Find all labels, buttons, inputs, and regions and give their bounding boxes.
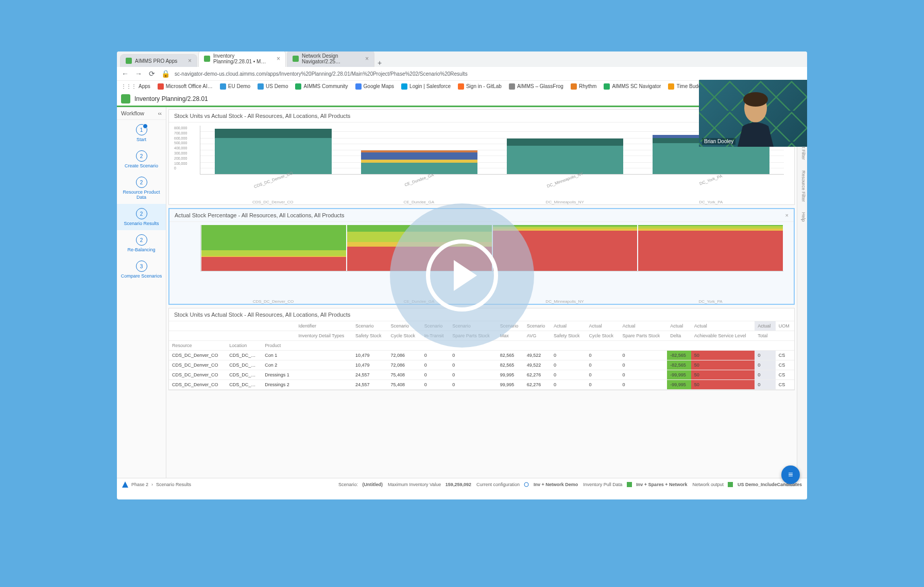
browser-tab[interactable]: AIMMS PRO Apps×	[120, 54, 197, 67]
table-cell: 10,479	[352, 360, 388, 370]
table-cell: -82,565	[667, 351, 691, 360]
table-cell: 0	[586, 380, 619, 390]
table-header	[586, 341, 619, 351]
workflow-step[interactable]: 2Resource Product Data	[117, 172, 166, 204]
table-cell: 0	[449, 351, 497, 360]
table-header	[620, 341, 668, 351]
table-header	[497, 341, 524, 351]
bar-group[interactable]: CE_Dundee_GA	[346, 126, 492, 174]
new-tab-icon[interactable]: +	[375, 59, 384, 67]
bookmark-item[interactable]: AIMMS – GlassFrog	[509, 83, 563, 90]
bookmark-item[interactable]: Rhythm	[571, 83, 596, 90]
table-header	[169, 331, 226, 341]
table-header: AVG	[524, 331, 551, 341]
svg-point-5	[743, 92, 768, 107]
table-cell: 0	[755, 360, 776, 370]
browser-tabs: AIMMS PRO Apps× Inventory Planning/2.28.…	[117, 51, 807, 67]
table-cell: 0	[755, 380, 776, 390]
table-header: Actual	[691, 321, 755, 331]
bookmark-item[interactable]: US Demo	[258, 83, 288, 90]
table-header: Location	[226, 341, 262, 351]
table-cell: Con 2	[262, 360, 295, 370]
bar-group[interactable]: CDS_DC_Denver_CO	[200, 126, 346, 174]
menu-fab[interactable]: ≡	[781, 465, 800, 484]
pct-bar[interactable]	[201, 225, 346, 271]
table-header: Achievable Service Level	[691, 331, 755, 341]
rail-help[interactable]: Help	[798, 212, 806, 222]
table-header	[295, 341, 352, 351]
table-cell: CDS_DC_Denver_CO	[169, 351, 226, 360]
table-cell: Con 1	[262, 351, 295, 360]
table-row[interactable]: CDS_DC_Denver_COCDS_DC_…Dressings 224,55…	[169, 380, 794, 390]
table-header: Inventory Detail Types	[295, 331, 352, 341]
table-header: Delta	[667, 331, 691, 341]
pct-bar[interactable]	[638, 225, 783, 271]
workflow-title: Workflow‹‹	[117, 107, 166, 120]
table-header: Safety Stock	[352, 331, 388, 341]
apps-icon[interactable]: ⋮⋮⋮ Apps	[121, 83, 150, 89]
forward-icon[interactable]: →	[134, 70, 143, 78]
right-rail: View Product Filter Resource Filter Help	[797, 107, 807, 478]
chevron-left-icon[interactable]: ‹‹	[158, 110, 162, 116]
table-row[interactable]: CDS_DC_Denver_COCDS_DC_…Dressings 124,55…	[169, 370, 794, 380]
bookmark-item[interactable]: AIMMS SC Navigator	[604, 83, 661, 90]
table-cell: 10,479	[352, 351, 388, 360]
close-icon[interactable]: ×	[365, 55, 369, 62]
workflow-step[interactable]: 2Re-Balancing	[117, 230, 166, 256]
bookmark-item[interactable]: Login | Salesforce	[401, 83, 451, 90]
close-icon[interactable]: ×	[277, 55, 280, 62]
table-cell: 50	[691, 351, 755, 360]
table-cell: CDS_DC_Denver_CO	[169, 380, 226, 390]
bookmark-item[interactable]: Sign in - GitLab	[458, 83, 502, 90]
lock-icon: 🔒	[161, 70, 169, 78]
table-header: Cycle Stock	[586, 331, 619, 341]
close-icon[interactable]: ×	[785, 212, 789, 218]
workflow-step[interactable]: 2Scenario Results	[117, 204, 166, 230]
close-icon[interactable]: ×	[188, 57, 192, 64]
table-header	[776, 341, 794, 351]
bookmark-item[interactable]: Microsoft Office AI…	[158, 83, 213, 90]
gear-icon[interactable]	[524, 482, 529, 487]
table-header: Actual	[551, 321, 586, 331]
table-header: Spare Parts Stock	[620, 331, 668, 341]
workflow-step[interactable]: 2Create Scenario	[117, 146, 166, 172]
browser-tab[interactable]: Inventory Planning/2.28.01 • M…×	[198, 51, 286, 67]
table-header: Resource	[169, 341, 226, 351]
table-header: Scenario	[524, 321, 551, 331]
bar-group[interactable]: DC_Minneapolis_NY	[492, 126, 638, 174]
table-row[interactable]: CDS_DC_Denver_COCDS_DC_…Con 110,47972,08…	[169, 351, 794, 360]
play-button[interactable]	[390, 203, 534, 348]
table-cell	[295, 380, 352, 390]
table-cell: 0	[421, 360, 449, 370]
bookmark-item[interactable]: Google Maps	[355, 83, 394, 90]
table-cell: CS	[776, 370, 794, 380]
table-cell: -99,995	[667, 380, 691, 390]
table-header: Actual	[586, 321, 619, 331]
table-header	[169, 321, 226, 331]
table-header	[226, 331, 262, 341]
back-icon[interactable]: ←	[121, 70, 129, 78]
table-row[interactable]: CDS_DC_Denver_COCDS_DC_…Con 210,47972,08…	[169, 360, 794, 370]
table-cell: 0	[620, 360, 668, 370]
rail-resource-filter[interactable]: Resource Filter	[798, 170, 806, 202]
bookmark-item[interactable]: EU Demo	[220, 83, 250, 90]
table-cell: 62,276	[524, 380, 551, 390]
reload-icon[interactable]: ⟳	[148, 70, 156, 78]
address-bar[interactable]: sc-navigator-demo-us.cloud.aimms.com/app…	[175, 71, 803, 77]
table-cell: 0	[551, 351, 586, 360]
table-header	[226, 321, 262, 331]
workflow-step[interactable]: 3Compare Scenarios	[117, 256, 166, 283]
table-header	[262, 331, 295, 341]
table-cell: Dressings 2	[262, 380, 295, 390]
browser-tab[interactable]: Network Design Navigator/2.25…×	[287, 51, 374, 67]
table-header: Actual	[667, 321, 691, 331]
workflow-step[interactable]: 1Start	[117, 120, 166, 146]
table-cell	[295, 351, 352, 360]
table-cell: 82,565	[497, 351, 524, 360]
bookmark-item[interactable]: AIMMS Community	[295, 83, 348, 90]
webcam-overlay: Brian Dooley	[699, 80, 807, 147]
table-header: Total	[755, 331, 776, 341]
table-cell: 72,086	[388, 360, 421, 370]
breadcrumb[interactable]: Phase 2	[131, 482, 148, 487]
breadcrumb[interactable]: Scenario Results	[156, 482, 191, 487]
